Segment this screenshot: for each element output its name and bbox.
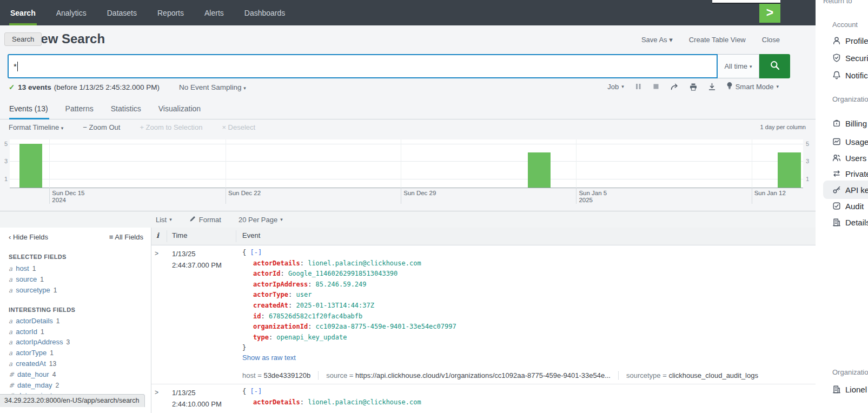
save-as-button[interactable]: Save As ▾ [641, 36, 673, 44]
time-range-picker[interactable]: All time▾ [718, 54, 759, 78]
show-raw-text-link[interactable]: Show as raw text [242, 354, 296, 362]
cloud-menu-usage[interactable]: Usage [832, 137, 868, 146]
field-actorid[interactable]: aactorId1 [9, 328, 44, 336]
y-gridline [10, 144, 803, 144]
cloud-menu-security[interactable]: Security [832, 53, 868, 63]
smart-mode-dropdown[interactable]: Smart Mode ▾ [726, 82, 779, 91]
pencil-icon [189, 215, 196, 224]
field-actoripaddress[interactable]: aactorIpAddress3 [9, 338, 70, 346]
x-axis-tick-label: Sun Dec 29 [403, 190, 436, 197]
expand-event-icon[interactable]: > [155, 250, 158, 257]
cloud-menu-notifications[interactable]: Notifications [832, 70, 868, 80]
export-download-icon[interactable] [708, 83, 716, 91]
cloud-menu-users[interactable]: Users [832, 153, 866, 163]
nav-item-search[interactable]: Search [0, 0, 46, 25]
browser-status-url: 34.29.223.20:8000/en-US/app/search/searc… [0, 394, 145, 407]
cloud-menu-api-keys[interactable]: API keys [832, 185, 868, 195]
job-bar: ✓ 13 events (before 1/13/25 2:45:32.000 … [0, 78, 816, 98]
close-button[interactable]: Close [762, 36, 780, 44]
y-axis-tick-label: 1 [806, 176, 813, 182]
return-to-link[interactable]: Return to [823, 0, 852, 5]
list-view-dropdown[interactable]: List ▾ [156, 216, 172, 224]
timeline-toolbar: Format Timeline ▾ − Zoom Out + Zoom to S… [9, 123, 255, 131]
hide-fields-button[interactable]: ‹ Hide Fields [9, 233, 48, 241]
per-page-dropdown[interactable]: 20 Per Page ▾ [238, 216, 283, 224]
cloud-menu-profile[interactable]: Profile [832, 36, 868, 45]
field-actortype[interactable]: aactorType1 [9, 349, 54, 357]
deselect-button[interactable]: × Deselect [222, 123, 255, 131]
timeline-bar[interactable] [528, 152, 551, 188]
field-actordetails[interactable]: aactorDetails1 [9, 317, 59, 325]
x-axis-tick [752, 188, 752, 204]
nav-item-datasets[interactable]: Datasets [97, 0, 147, 25]
shield-check-icon [832, 53, 842, 63]
header-actions: Save As ▾ Create Table View Close [641, 36, 780, 44]
tab-events[interactable]: Events (13) [9, 98, 57, 119]
collapse-json-link[interactable]: [-] [250, 249, 262, 256]
tab-patterns[interactable]: Patterns [57, 98, 102, 119]
stop-job-icon[interactable] [652, 83, 660, 90]
nav-item-alerts[interactable]: Alerts [194, 0, 234, 25]
nav-item-analytics[interactable]: Analytics [46, 0, 97, 25]
x-axis-tick-label: Sun Dec 22 [228, 190, 261, 197]
create-table-view-button[interactable]: Create Table View [689, 36, 746, 44]
format-results-button[interactable]: Format [189, 215, 221, 224]
column-event: Event [242, 231, 260, 239]
cloud-menu-organization-lionel[interactable]: Lionel [832, 384, 867, 394]
event-timestamp: 1/13/25 2:44:37.000 PM [172, 249, 222, 271]
arrows-swap-icon [832, 169, 842, 178]
tab-statistics[interactable]: Statistics [102, 98, 150, 119]
event-meta: host53de4339120b sourcehttps://api.click… [242, 371, 766, 379]
lightbulb-icon [726, 82, 733, 91]
event-timestamp: 1/13/25 2:44:10.000 PM [172, 388, 222, 410]
screen: Search Analytics Datasets Reports Alerts… [0, 0, 868, 413]
tab-visualization[interactable]: Visualization [150, 98, 209, 119]
event-json: { [-] actorDetailslionel.palacin@clickho… [242, 248, 456, 354]
timeline-bar[interactable] [778, 152, 801, 188]
nav-item-reports[interactable]: Reports [147, 0, 194, 25]
audit-icon [832, 201, 842, 211]
event-sampling-dropdown[interactable]: No Event Sampling ▾ [179, 83, 246, 91]
field-source[interactable]: asource1 [9, 275, 44, 283]
window-edge-artifact [712, 0, 780, 4]
collapse-json-link[interactable]: [-] [250, 388, 262, 395]
field-host[interactable]: ahost1 [9, 264, 36, 272]
magnifier-icon [770, 60, 780, 73]
pause-job-icon[interactable] [634, 83, 642, 90]
field-sourcetype[interactable]: asourcetype1 [9, 286, 57, 294]
key-icon [832, 185, 842, 195]
cloud-menu-private[interactable]: Private [832, 169, 868, 178]
field-createdat[interactable]: acreatedAt13 [9, 359, 56, 368]
format-timeline-dropdown[interactable]: Format Timeline ▾ [9, 123, 63, 131]
job-done-check-icon: ✓ [9, 83, 15, 91]
search-button[interactable] [759, 54, 790, 78]
cloud-menu-billing[interactable]: Billing [832, 118, 867, 128]
all-fields-button[interactable]: ≡ All Fields [109, 233, 143, 241]
sourcetype-value[interactable]: clickhouse_cloud_audit_logs [668, 371, 758, 379]
y-axis-tick-label: 5 [0, 141, 8, 147]
zoom-out-button[interactable]: − Zoom Out [83, 123, 120, 131]
x-axis-tick-label: Sun Jan 12 [754, 190, 786, 197]
section-organizations: Organizations [832, 368, 868, 376]
search-query-input[interactable]: * [8, 54, 718, 78]
text-caret [17, 62, 18, 71]
column-time: Time [172, 231, 187, 239]
page-title: New Search [31, 31, 105, 46]
expand-event-icon[interactable]: > [155, 389, 158, 396]
usage-chart-icon [832, 137, 842, 146]
y-gridline [10, 161, 803, 162]
timeline-bar[interactable] [19, 144, 43, 188]
share-icon[interactable] [670, 83, 679, 91]
print-icon[interactable] [689, 83, 698, 91]
section-organization: Organization [832, 95, 868, 103]
job-dropdown[interactable]: Job ▾ [607, 83, 624, 91]
splunk-logo[interactable]: > [759, 3, 780, 23]
nav-item-dashboards[interactable]: Dashboards [234, 0, 296, 25]
cloud-menu-audit[interactable]: Audit [832, 201, 864, 211]
field-date-hour[interactable]: #date_hour4 [9, 370, 56, 378]
host-value[interactable]: 53de4339120b [263, 371, 310, 379]
zoom-to-selection-button[interactable]: + Zoom to Selection [140, 123, 202, 131]
field-date-mday[interactable]: #date_mday2 [9, 381, 59, 389]
cloud-menu-details[interactable]: Details [832, 217, 868, 227]
source-value[interactable]: https://api.clickhouse.cloud/v1/organiza… [355, 371, 611, 379]
